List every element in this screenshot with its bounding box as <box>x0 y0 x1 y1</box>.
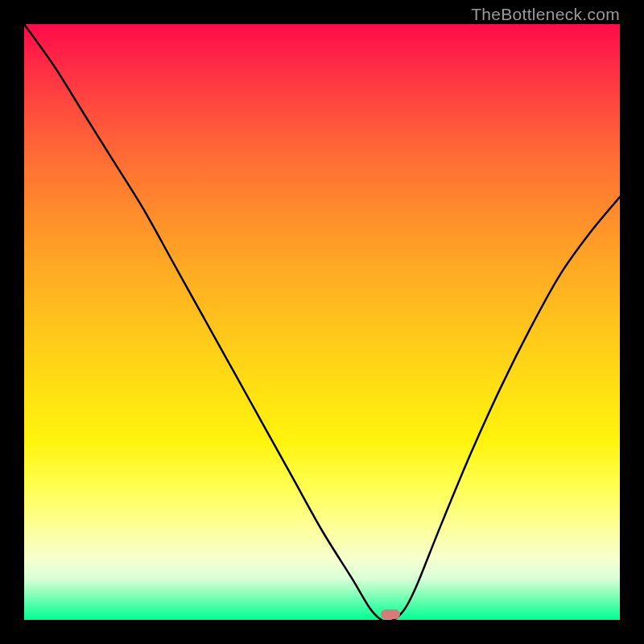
bottleneck-curve <box>24 24 620 620</box>
attribution-text: TheBottleneck.com <box>471 5 620 24</box>
optimal-marker <box>381 609 400 619</box>
